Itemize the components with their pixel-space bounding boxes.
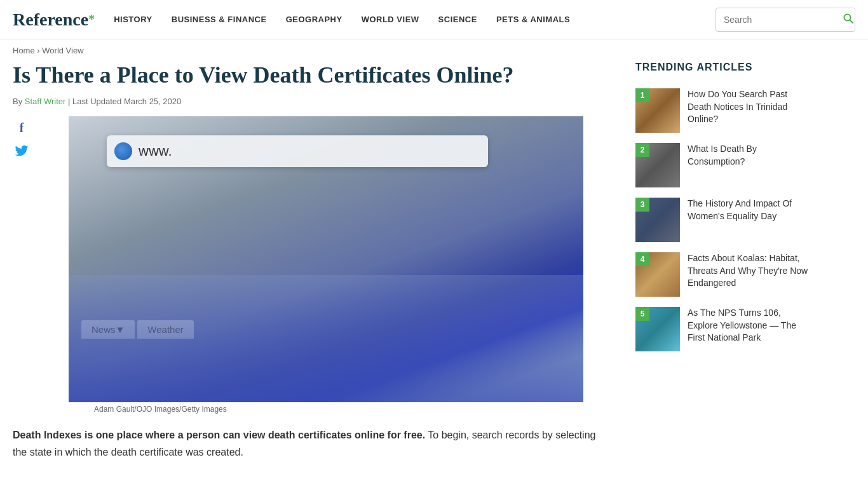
trending-item-3[interactable]: 3 The History And Impact Of Women's Equa… bbox=[635, 198, 813, 242]
trending-num-5: 5 bbox=[635, 307, 649, 321]
breadcrumb-home[interactable]: Home bbox=[13, 46, 35, 55]
svg-line-1 bbox=[850, 20, 853, 23]
www-text: www. bbox=[139, 143, 172, 159]
trending-item-title-1: How Do You Search Past Death Notices In … bbox=[688, 88, 813, 126]
twitter-icon bbox=[15, 145, 29, 156]
trending-num-img-1: 1 bbox=[635, 88, 680, 133]
image-caption: Adam Gault/OJO Images/Getty Images bbox=[94, 405, 583, 414]
search-input[interactable] bbox=[716, 10, 837, 30]
main: Is There a Place to View Death Certifica… bbox=[0, 62, 868, 461]
globe-icon bbox=[114, 142, 132, 160]
article-image-container: www. News▼ Weather Adam Gault/OJO Images… bbox=[69, 116, 583, 414]
search-button[interactable] bbox=[837, 8, 855, 31]
trending-item-title-5: As The NPS Turns 106, Explore Yellowston… bbox=[688, 307, 813, 344]
search-container bbox=[715, 8, 855, 32]
article-body-bold: Death Indexes is one place where a perso… bbox=[13, 430, 425, 440]
nav-business-finance[interactable]: BUSINESS & FINANCE bbox=[172, 15, 267, 24]
trending-item-title-4: Facts About Koalas: Habitat, Threats And… bbox=[688, 252, 813, 290]
nav-pets-animals[interactable]: PETS & ANIMALS bbox=[496, 15, 570, 24]
trending-num-1: 1 bbox=[635, 88, 649, 102]
twitter-share-button[interactable] bbox=[13, 142, 31, 159]
trending-num-4: 4 bbox=[635, 252, 649, 266]
image-blur-overlay bbox=[69, 275, 583, 402]
trending-num-3: 3 bbox=[635, 198, 649, 212]
trending-item-5[interactable]: 5 As The NPS Turns 106, Explore Yellowst… bbox=[635, 307, 813, 351]
trending-item-title-3: The History And Impact Of Women's Equali… bbox=[688, 198, 813, 222]
article: Is There a Place to View Death Certifica… bbox=[13, 62, 610, 461]
logo-text: Reference bbox=[13, 10, 88, 30]
logo[interactable]: Reference* bbox=[13, 10, 95, 30]
trending-item-1[interactable]: 1 How Do You Search Past Death Notices I… bbox=[635, 88, 813, 133]
trending-num-img-5: 5 bbox=[635, 307, 680, 351]
nav-science[interactable]: SCIENCE bbox=[438, 15, 477, 24]
nav-geography[interactable]: GEOGRAPHY bbox=[286, 15, 342, 24]
article-title: Is There a Place to View Death Certifica… bbox=[13, 62, 610, 89]
trending-title: TRENDING ARTICLES bbox=[635, 62, 813, 78]
logo-asterisk: * bbox=[88, 12, 95, 27]
article-meta: By Staff Writer | Last Updated March 25,… bbox=[13, 97, 610, 106]
article-image: www. News▼ Weather bbox=[69, 116, 583, 402]
facebook-share-button[interactable]: f bbox=[13, 119, 31, 137]
breadcrumb-separator: › bbox=[37, 46, 39, 55]
social-icons: f bbox=[13, 119, 31, 159]
meta-by: By bbox=[13, 97, 22, 106]
trending-num-img-4: 4 bbox=[635, 252, 680, 297]
nav-history[interactable]: HISTORY bbox=[114, 15, 153, 24]
trending-list: 1 How Do You Search Past Death Notices I… bbox=[635, 88, 813, 351]
trending-item-2[interactable]: 2 What Is Death By Consumption? bbox=[635, 143, 813, 187]
meta-date: March 25, 2020 bbox=[124, 97, 181, 106]
header: Reference* HISTORY BUSINESS & FINANCE GE… bbox=[0, 0, 868, 39]
breadcrumb-section[interactable]: World View bbox=[42, 46, 83, 55]
trending-num-2: 2 bbox=[635, 143, 649, 157]
trending-item-title-2: What Is Death By Consumption? bbox=[688, 143, 813, 168]
trending-item-4[interactable]: 4 Facts About Koalas: Habitat, Threats A… bbox=[635, 252, 813, 297]
facebook-icon: f bbox=[20, 121, 24, 135]
trending-num-img-2: 2 bbox=[635, 143, 680, 187]
nav-world-view[interactable]: WORLD VIEW bbox=[362, 15, 419, 24]
nav: HISTORY BUSINESS & FINANCE GEOGRAPHY WOR… bbox=[114, 15, 715, 24]
trending-num-img-3: 3 bbox=[635, 198, 680, 242]
meta-separator: | Last Updated bbox=[68, 97, 124, 106]
search-icon bbox=[843, 13, 853, 24]
browser-bar: www. bbox=[107, 135, 488, 167]
meta-author[interactable]: Staff Writer bbox=[25, 97, 66, 106]
article-body: Death Indexes is one place where a perso… bbox=[13, 426, 610, 461]
breadcrumb: Home › World View bbox=[0, 39, 868, 62]
sidebar: TRENDING ARTICLES 1 How Do You Search Pa… bbox=[635, 62, 813, 461]
